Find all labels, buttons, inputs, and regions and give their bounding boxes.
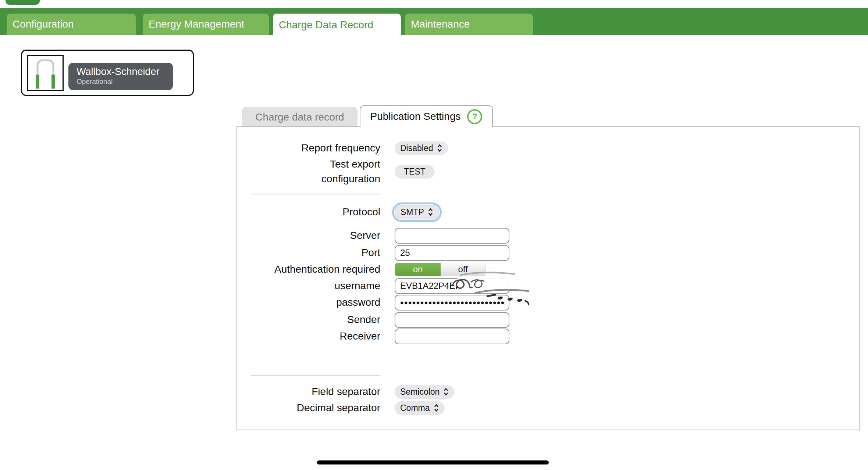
- protocol-value: SMTP: [401, 207, 424, 217]
- separator-line: [251, 194, 380, 194]
- subtab-publication-settings[interactable]: Publication Settings ?: [360, 105, 493, 127]
- toggle-on-segment[interactable]: on: [395, 263, 441, 276]
- screen: Configuration Energy Management Charge D…: [0, 0, 868, 470]
- port-input[interactable]: [395, 245, 509, 261]
- main-tab-bar: Configuration Energy Management Charge D…: [0, 8, 868, 35]
- report-frequency-label: Report frequency: [236, 141, 380, 155]
- ev-charger-cable-icon: [27, 55, 64, 91]
- authentication-toggle: on off: [395, 263, 485, 276]
- home-indicator[interactable]: [317, 460, 549, 464]
- subtab-label: Publication Settings: [370, 111, 461, 122]
- tab-label: Configuration: [13, 18, 74, 30]
- tab-charge-data-record[interactable]: Charge Data Record: [273, 14, 401, 36]
- port-label: Port: [236, 245, 380, 260]
- toggle-off-segment[interactable]: off: [441, 263, 485, 276]
- decimal-separator-value: Comma: [400, 403, 430, 413]
- authentication-required-label: Authentication required: [236, 262, 380, 277]
- device-status: Operational: [77, 77, 173, 86]
- help-icon[interactable]: ?: [467, 109, 482, 124]
- test-button[interactable]: TEST: [395, 165, 435, 179]
- top-left-pill[interactable]: [6, 0, 40, 5]
- sender-label: Sender: [236, 312, 380, 327]
- password-input[interactable]: [395, 295, 509, 311]
- updown-chevron-icon: [428, 208, 433, 216]
- focus-ring: SMTP: [392, 202, 442, 222]
- updown-chevron-icon: [434, 403, 439, 412]
- report-frequency-value: Disabled: [400, 143, 433, 153]
- tab-label: Maintenance: [411, 18, 470, 30]
- test-export-label: Test export configuration: [236, 157, 380, 186]
- decimal-separator-label: Decimal separator: [236, 401, 380, 415]
- password-label: password: [236, 295, 380, 310]
- username-label: username: [236, 279, 380, 293]
- report-frequency-select[interactable]: Disabled: [395, 141, 448, 155]
- device-name: Wallbox-Schneider: [77, 66, 173, 77]
- decimal-separator-select[interactable]: Comma: [395, 401, 445, 415]
- field-separator-select[interactable]: Semicolon: [395, 385, 454, 399]
- separator-line: [251, 375, 380, 376]
- sender-input[interactable]: [395, 312, 509, 328]
- tab-energy-management[interactable]: Energy Management: [143, 14, 269, 35]
- username-input[interactable]: [395, 278, 509, 294]
- protocol-select[interactable]: SMTP: [395, 205, 439, 219]
- updown-chevron-icon: [443, 387, 449, 396]
- receiver-input[interactable]: [395, 329, 509, 344]
- tab-label: Energy Management: [149, 18, 244, 30]
- field-separator-value: Semicolon: [400, 387, 440, 397]
- subtab-charge-data-record[interactable]: Charge data record: [242, 107, 357, 127]
- updown-chevron-icon: [437, 144, 442, 153]
- server-input[interactable]: [395, 228, 509, 244]
- tab-maintenance[interactable]: Maintenance: [405, 14, 533, 35]
- receiver-label: Receiver: [236, 329, 380, 344]
- tab-label: Charge Data Record: [279, 19, 373, 31]
- protocol-label: Protocol: [236, 205, 380, 219]
- device-card[interactable]: Wallbox-Schneider Operational: [21, 50, 194, 96]
- server-label: Server: [236, 228, 380, 243]
- device-status-box: Wallbox-Schneider Operational: [68, 63, 173, 90]
- tab-configuration[interactable]: Configuration: [7, 14, 136, 35]
- field-separator-label: Field separator: [236, 384, 380, 399]
